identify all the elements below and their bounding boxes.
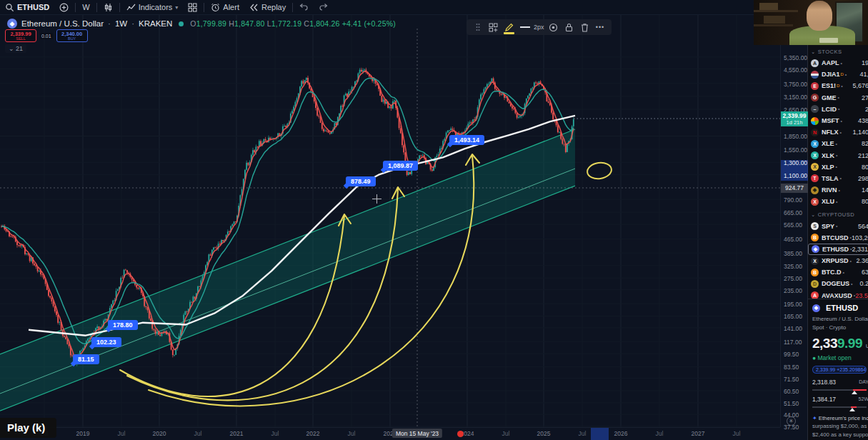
- settings-icon[interactable]: [547, 21, 560, 34]
- watchlist-symbol: NFLX: [822, 129, 839, 136]
- background-shelf: [754, 24, 793, 26]
- indicators-button[interactable]: Indicators ▾: [121, 0, 184, 15]
- trade-panel: 2,339.99 SELL 0.01 2,340.00 BUY: [5, 29, 88, 42]
- price-tick: 99.50: [784, 351, 799, 358]
- price-tick: 117.00: [784, 339, 802, 346]
- undo-button[interactable]: [294, 0, 314, 15]
- watchlist-price: 80: [862, 198, 868, 205]
- status-dot: •: [840, 176, 842, 181]
- symbol-news-summary[interactable]: ✦ Ethereum's price inc surpassing $2,000…: [812, 414, 868, 440]
- price-tick: 165.00: [784, 313, 802, 320]
- sell-button[interactable]: 2,339.99 SELL: [5, 29, 36, 42]
- watchlist-row-btc.d[interactable]: BBTC.D•63: [808, 266, 868, 278]
- watchlist-row-xle[interactable]: XXLE•82: [808, 138, 868, 149]
- watchlist-price: 564: [858, 223, 868, 230]
- day-range: 2,318.83 DAY: [812, 379, 868, 391]
- price-callout-label[interactable]: 81.15: [73, 354, 99, 364]
- watchlist-row-xlk[interactable]: XXLK•212: [808, 150, 868, 161]
- watchlist-row-nflx[interactable]: NNFLX•1,140: [808, 126, 868, 138]
- chart-style-button[interactable]: [99, 0, 118, 15]
- watchlist-row-djia1[interactable]: DJIA1D•41,: [808, 69, 868, 80]
- chart-canvas[interactable]: [0, 0, 780, 427]
- watchlist-symbol: XLP: [822, 164, 834, 171]
- symbol-search-button[interactable]: ETHUSD: [0, 0, 54, 15]
- crosshair-price-label: 924.77: [781, 184, 808, 193]
- status-dot: •: [840, 130, 842, 135]
- indicators-icon: [126, 3, 136, 12]
- watchlist-row-msft[interactable]: MSFT•438: [808, 115, 868, 126]
- lock-icon[interactable]: [562, 21, 576, 34]
- compare-button[interactable]: [54, 0, 74, 15]
- watchlist-row-rivn[interactable]: ◆RIVN•14: [808, 184, 868, 196]
- watchlist-row-dogeus[interactable]: DDOGEUS•0.2: [808, 278, 868, 289]
- watchlist-symbol: LCID: [822, 106, 837, 113]
- price-callout-label[interactable]: 878.49: [346, 176, 376, 186]
- buy-button[interactable]: 2,340.00 BUY: [56, 29, 88, 42]
- play-tooltip[interactable]: Play (k): [0, 418, 56, 438]
- price-tick: 5,350.00: [784, 54, 807, 61]
- watchlist-row-xlp[interactable]: XXLP•80: [808, 161, 868, 173]
- watchlist-row-btcusd[interactable]: BBTCUSD•103,202: [808, 232, 868, 244]
- price-axis[interactable]: 2,339.99 1d 21h 924.77 ✳ 5,350.004,550.0…: [780, 15, 807, 427]
- line-width-label[interactable]: 2px: [534, 24, 544, 31]
- layout-grid-button[interactable]: [183, 0, 202, 15]
- watchlist-row-es1![interactable]: EES1!D•5,676: [808, 80, 868, 91]
- replay-button[interactable]: Replay: [244, 0, 291, 15]
- time-axis[interactable]: Mon 15 May '23 Jul2019Jul2020Jul2021Jul2…: [0, 427, 780, 440]
- watchlist-row-lcid[interactable]: –LCID•2: [808, 104, 868, 115]
- eth-coin-icon: ◆: [7, 19, 17, 29]
- symbol-logo-icon: T: [811, 174, 819, 182]
- symbol-logo-icon: N: [811, 129, 819, 136]
- watchlist-row-spy[interactable]: SSPY•564: [808, 220, 868, 231]
- watchlist-price: 0.2: [859, 280, 868, 287]
- price-tick: 325.00: [784, 263, 802, 270]
- watchlist-row-xlu[interactable]: XXLU•80: [808, 196, 868, 207]
- detail-price: 2,339.99 USD: [812, 336, 868, 351]
- line-width-button[interactable]: [518, 21, 532, 34]
- watchlist-symbol: RIVN: [822, 186, 837, 194]
- interval-button[interactable]: W: [77, 0, 94, 15]
- chart-legend[interactable]: ◆ Ethereum / U.S. Dollar · 1W · KRAKEN O…: [7, 19, 396, 29]
- replay-icon: [249, 3, 259, 12]
- watchlist-row-gme[interactable]: GGME•27: [808, 92, 868, 104]
- watchlist-row-tsla[interactable]: TTSLA•298: [808, 173, 868, 184]
- watchlist-row-xrpusd[interactable]: XXRPUSD•2.36: [808, 255, 868, 266]
- watchlist-symbol: GME: [822, 94, 837, 101]
- watchlist-price: 212: [858, 152, 868, 159]
- shirt-logo: [819, 38, 838, 43]
- detail-full-name[interactable]: Ethereum / U.S. Dollar ↗: [812, 316, 868, 322]
- price-callout-label[interactable]: 178.80: [108, 320, 138, 330]
- redo-button[interactable]: [314, 0, 333, 15]
- chevron-down-icon: ⌄: [811, 211, 816, 218]
- chart-pane[interactable]: 878.491,089.871,493.14178.80102.2381.15: [0, 15, 780, 427]
- toolbar-separator: [96, 3, 97, 12]
- news-text-line: Ethereum's price inc: [819, 415, 868, 421]
- background-shelf: [754, 10, 798, 12]
- watchlist-symbol: XRPUSD: [822, 257, 849, 264]
- pencil-tool-button[interactable]: [502, 21, 516, 34]
- watchlist-section-header[interactable]: ⌄CRYPTOUSD: [808, 209, 868, 220]
- symbol-logo-icon: S: [811, 222, 819, 230]
- layout-icon[interactable]: [487, 21, 500, 34]
- price-callout-label[interactable]: 1,089.87: [383, 161, 418, 171]
- drag-handle[interactable]: [471, 21, 484, 34]
- alert-button[interactable]: Alert: [206, 0, 244, 15]
- symbol-logo-icon: B: [811, 269, 819, 276]
- more-options-button[interactable]: •••: [594, 21, 607, 34]
- object-tree-chip[interactable]: ⌄ 21: [5, 44, 26, 53]
- status-dot: •: [845, 72, 847, 77]
- delete-icon[interactable]: [578, 21, 592, 34]
- watchlist-row-aapl[interactable]: AAAPL•19: [808, 57, 868, 69]
- interval-label: W: [82, 3, 89, 11]
- detail-market-type: Spot · Crypto: [812, 324, 868, 331]
- video-scrubber-dot[interactable]: [457, 431, 464, 437]
- watchlist-row-ethusd[interactable]: ◆ETHUSD•2,331: [808, 244, 868, 255]
- price-tick: 1,850.00: [784, 133, 807, 140]
- price-callout-label[interactable]: 102.23: [91, 337, 121, 347]
- market-open-status: ● Market open: [812, 354, 868, 361]
- price-callout-label[interactable]: 1,493.14: [449, 135, 484, 145]
- watchlist-price: 103,202: [852, 234, 868, 241]
- watchlist-section-header[interactable]: ⌄STOCKS: [808, 46, 868, 57]
- symbol-logo-icon: X: [811, 257, 819, 265]
- status-dot: •: [836, 224, 837, 229]
